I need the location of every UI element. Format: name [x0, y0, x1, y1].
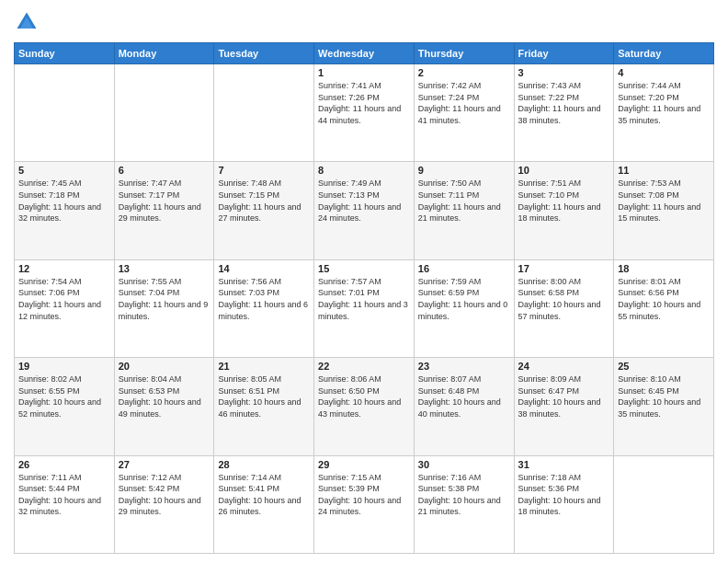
calendar-week-row: 26Sunrise: 7:11 AM Sunset: 5:44 PM Dayli… — [15, 455, 714, 553]
day-info: Sunrise: 8:09 AM Sunset: 6:47 PM Dayligh… — [518, 373, 610, 419]
day-info: Sunrise: 7:44 AM Sunset: 7:20 PM Dayligh… — [618, 80, 710, 126]
day-number: 27 — [119, 459, 210, 470]
day-info: Sunrise: 7:57 AM Sunset: 7:01 PM Dayligh… — [318, 276, 410, 322]
day-number: 1 — [318, 67, 410, 78]
day-number: 7 — [218, 165, 310, 176]
day-info: Sunrise: 7:49 AM Sunset: 7:13 PM Dayligh… — [318, 178, 410, 224]
calendar-week-row: 5Sunrise: 7:45 AM Sunset: 7:18 PM Daylig… — [15, 162, 714, 259]
day-number: 16 — [418, 263, 510, 274]
day-header-friday: Friday — [514, 43, 614, 64]
table-row: 9Sunrise: 7:50 AM Sunset: 7:11 PM Daylig… — [414, 162, 514, 259]
day-number: 2 — [418, 67, 510, 78]
day-number: 24 — [518, 361, 610, 372]
table-row: 21Sunrise: 8:05 AM Sunset: 6:51 PM Dayli… — [214, 358, 314, 455]
day-info: Sunrise: 7:45 AM Sunset: 7:18 PM Dayligh… — [18, 178, 110, 224]
table-row: 15Sunrise: 7:57 AM Sunset: 7:01 PM Dayli… — [314, 259, 415, 357]
day-info: Sunrise: 8:06 AM Sunset: 6:50 PM Dayligh… — [318, 373, 410, 419]
day-number: 14 — [218, 263, 310, 274]
day-info: Sunrise: 7:55 AM Sunset: 7:04 PM Dayligh… — [119, 276, 210, 322]
table-row: 14Sunrise: 7:56 AM Sunset: 7:03 PM Dayli… — [214, 259, 314, 357]
day-number: 26 — [18, 459, 110, 470]
table-row: 1Sunrise: 7:41 AM Sunset: 7:26 PM Daylig… — [314, 64, 415, 162]
day-number: 19 — [18, 361, 110, 372]
day-info: Sunrise: 7:53 AM Sunset: 7:08 PM Dayligh… — [618, 178, 710, 224]
day-number: 28 — [218, 459, 310, 470]
calendar-week-row: 1Sunrise: 7:41 AM Sunset: 7:26 PM Daylig… — [15, 64, 714, 162]
day-info: Sunrise: 8:04 AM Sunset: 6:53 PM Dayligh… — [119, 373, 210, 419]
table-row: 4Sunrise: 7:44 AM Sunset: 7:20 PM Daylig… — [614, 64, 714, 162]
day-info: Sunrise: 7:42 AM Sunset: 7:24 PM Dayligh… — [418, 80, 510, 126]
table-row: 17Sunrise: 8:00 AM Sunset: 6:58 PM Dayli… — [514, 259, 614, 357]
day-info: Sunrise: 8:01 AM Sunset: 6:56 PM Dayligh… — [618, 276, 710, 322]
calendar-table: SundayMondayTuesdayWednesdayThursdayFrid… — [14, 42, 714, 554]
day-number: 12 — [18, 263, 110, 274]
day-info: Sunrise: 7:59 AM Sunset: 6:59 PM Dayligh… — [418, 276, 510, 322]
day-number: 21 — [218, 361, 310, 372]
day-number: 9 — [418, 165, 510, 176]
day-number: 22 — [318, 361, 410, 372]
day-number: 31 — [518, 459, 610, 470]
table-row: 31Sunrise: 7:18 AM Sunset: 5:36 PM Dayli… — [514, 455, 614, 553]
table-row: 13Sunrise: 7:55 AM Sunset: 7:04 PM Dayli… — [114, 259, 214, 357]
day-info: Sunrise: 7:54 AM Sunset: 7:06 PM Dayligh… — [18, 276, 110, 322]
day-info: Sunrise: 8:02 AM Sunset: 6:55 PM Dayligh… — [18, 373, 110, 419]
table-row: 27Sunrise: 7:12 AM Sunset: 5:42 PM Dayli… — [114, 455, 214, 553]
day-number: 15 — [318, 263, 410, 274]
calendar-week-row: 19Sunrise: 8:02 AM Sunset: 6:55 PM Dayli… — [15, 358, 714, 455]
day-info: Sunrise: 7:47 AM Sunset: 7:17 PM Dayligh… — [119, 178, 210, 224]
table-row: 3Sunrise: 7:43 AM Sunset: 7:22 PM Daylig… — [514, 64, 614, 162]
logo — [14, 9, 43, 35]
day-number: 29 — [318, 459, 410, 470]
day-info: Sunrise: 8:00 AM Sunset: 6:58 PM Dayligh… — [518, 276, 610, 322]
table-row: 22Sunrise: 8:06 AM Sunset: 6:50 PM Dayli… — [314, 358, 415, 455]
day-info: Sunrise: 7:41 AM Sunset: 7:26 PM Dayligh… — [318, 80, 410, 126]
table-row — [15, 64, 115, 162]
day-info: Sunrise: 7:18 AM Sunset: 5:36 PM Dayligh… — [518, 472, 610, 518]
table-row: 24Sunrise: 8:09 AM Sunset: 6:47 PM Dayli… — [514, 358, 614, 455]
day-header-thursday: Thursday — [414, 43, 514, 64]
table-row: 7Sunrise: 7:48 AM Sunset: 7:15 PM Daylig… — [214, 162, 314, 259]
day-number: 10 — [518, 165, 610, 176]
table-row: 2Sunrise: 7:42 AM Sunset: 7:24 PM Daylig… — [414, 64, 514, 162]
day-info: Sunrise: 7:50 AM Sunset: 7:11 PM Dayligh… — [418, 178, 510, 224]
day-number: 13 — [119, 263, 210, 274]
day-number: 23 — [418, 361, 510, 372]
table-row: 5Sunrise: 7:45 AM Sunset: 7:18 PM Daylig… — [15, 162, 115, 259]
day-number: 30 — [418, 459, 510, 470]
day-info: Sunrise: 7:11 AM Sunset: 5:44 PM Dayligh… — [18, 472, 110, 518]
table-row: 30Sunrise: 7:16 AM Sunset: 5:38 PM Dayli… — [414, 455, 514, 553]
table-row: 8Sunrise: 7:49 AM Sunset: 7:13 PM Daylig… — [314, 162, 415, 259]
day-number: 6 — [119, 165, 210, 176]
table-row: 16Sunrise: 7:59 AM Sunset: 6:59 PM Dayli… — [414, 259, 514, 357]
day-info: Sunrise: 7:12 AM Sunset: 5:42 PM Dayligh… — [119, 472, 210, 518]
day-info: Sunrise: 7:16 AM Sunset: 5:38 PM Dayligh… — [418, 472, 510, 518]
day-info: Sunrise: 7:51 AM Sunset: 7:10 PM Dayligh… — [518, 178, 610, 224]
table-row: 19Sunrise: 8:02 AM Sunset: 6:55 PM Dayli… — [15, 358, 115, 455]
day-info: Sunrise: 7:48 AM Sunset: 7:15 PM Dayligh… — [218, 178, 310, 224]
day-info: Sunrise: 7:15 AM Sunset: 5:39 PM Dayligh… — [318, 472, 410, 518]
table-row — [614, 455, 714, 553]
day-header-monday: Monday — [114, 43, 214, 64]
day-info: Sunrise: 8:05 AM Sunset: 6:51 PM Dayligh… — [218, 373, 310, 419]
calendar-header-row: SundayMondayTuesdayWednesdayThursdayFrid… — [15, 43, 714, 64]
table-row: 23Sunrise: 8:07 AM Sunset: 6:48 PM Dayli… — [414, 358, 514, 455]
day-number: 5 — [18, 165, 110, 176]
logo-icon — [14, 9, 40, 35]
day-number: 20 — [119, 361, 210, 372]
calendar-week-row: 12Sunrise: 7:54 AM Sunset: 7:06 PM Dayli… — [15, 259, 714, 357]
day-number: 11 — [618, 165, 710, 176]
day-number: 17 — [518, 263, 610, 274]
day-number: 25 — [618, 361, 710, 372]
table-row: 29Sunrise: 7:15 AM Sunset: 5:39 PM Dayli… — [314, 455, 415, 553]
day-info: Sunrise: 7:56 AM Sunset: 7:03 PM Dayligh… — [218, 276, 310, 322]
table-row: 6Sunrise: 7:47 AM Sunset: 7:17 PM Daylig… — [114, 162, 214, 259]
day-number: 4 — [618, 67, 710, 78]
table-row: 28Sunrise: 7:14 AM Sunset: 5:41 PM Dayli… — [214, 455, 314, 553]
day-header-saturday: Saturday — [614, 43, 714, 64]
table-row: 10Sunrise: 7:51 AM Sunset: 7:10 PM Dayli… — [514, 162, 614, 259]
day-info: Sunrise: 7:14 AM Sunset: 5:41 PM Dayligh… — [218, 472, 310, 518]
header — [14, 9, 714, 35]
table-row — [114, 64, 214, 162]
table-row — [214, 64, 314, 162]
table-row: 26Sunrise: 7:11 AM Sunset: 5:44 PM Dayli… — [15, 455, 115, 553]
